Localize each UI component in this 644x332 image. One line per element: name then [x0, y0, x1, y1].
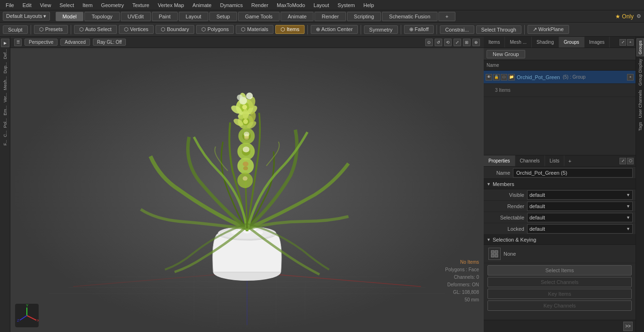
menu-select[interactable]: Select: [56, 1, 78, 9]
vtab-group-display[interactable]: Group Display: [636, 57, 644, 88]
members-section-header[interactable]: ▼ Members: [484, 179, 636, 189]
sculpt-button[interactable]: Sculpt: [3, 25, 28, 34]
select-channels-button[interactable]: Select Channels: [487, 277, 632, 287]
action-center-button[interactable]: ⊕ Action Center: [311, 25, 358, 34]
viewport-perspective[interactable]: Perspective: [25, 39, 58, 46]
left-sidebar-mesh[interactable]: Mesh...: [2, 75, 8, 91]
menu-animate[interactable]: Animate: [189, 1, 215, 9]
group-item-row[interactable]: 👁 🔒 □ 📁 Orchid_Pot_Green (5) : Group +: [484, 71, 636, 84]
layout-tab-add[interactable]: +: [438, 12, 455, 21]
auto-select-button[interactable]: ⬡ Auto Select: [74, 25, 117, 34]
viewport-icon-2[interactable]: ↺: [435, 39, 442, 46]
viewport-icon-6[interactable]: ⊕: [472, 39, 480, 46]
layout-tab-uvedit[interactable]: UVEdit: [121, 12, 151, 21]
left-sidebar-pol[interactable]: Pol...: [2, 117, 8, 129]
layout-tab-animate[interactable]: Animate: [281, 12, 314, 21]
settings-icon[interactable]: ⚙: [636, 13, 641, 19]
left-sidebar-c[interactable]: C...: [2, 130, 8, 138]
props-tab-add[interactable]: +: [564, 155, 575, 166]
layout-tab-layout[interactable]: Layout: [179, 12, 208, 21]
left-sidebar-ver[interactable]: Ver...: [2, 92, 8, 104]
props-icon-1[interactable]: ⤢: [619, 158, 626, 164]
tab-mesh[interactable]: Mesh ...: [505, 37, 532, 48]
tab-icon-plus[interactable]: +: [627, 39, 634, 46]
menu-texture[interactable]: Texture: [129, 1, 153, 9]
items-list-area[interactable]: 👁 🔒 □ 📁 Orchid_Pot_Green (5) : Group + 3…: [484, 71, 636, 155]
constraints-button[interactable]: Constrai...: [440, 25, 474, 34]
menu-view[interactable]: View: [36, 1, 55, 9]
menu-file[interactable]: File: [2, 1, 18, 9]
menu-geometry[interactable]: Geometry: [97, 1, 127, 9]
viewport-raygl[interactable]: Ray GL: Off: [93, 39, 126, 46]
layout-dropdown[interactable]: Default Layouts ▾: [3, 12, 50, 21]
row-solo-icon[interactable]: □: [501, 74, 507, 81]
menu-system[interactable]: System: [334, 1, 359, 9]
items-button[interactable]: ⬡ Items: [275, 25, 305, 34]
falloff-button[interactable]: ⊕ Falloff: [404, 25, 434, 34]
viewport-icon-3[interactable]: ⟲: [444, 39, 452, 46]
menu-help[interactable]: Help: [360, 1, 378, 9]
menu-item[interactable]: Item: [79, 1, 96, 9]
star-only-label[interactable]: ★ Only: [615, 13, 634, 20]
left-sidebar-dup[interactable]: Dup...: [2, 61, 8, 74]
vtab-user-channels[interactable]: User Channels: [636, 88, 644, 120]
select-items-button[interactable]: Select Items: [487, 265, 632, 275]
prop-render-dropdown[interactable]: default ▼: [527, 202, 633, 211]
tab-icon-expand[interactable]: ⤢: [619, 39, 626, 46]
prop-visible-dropdown[interactable]: default ▼: [527, 190, 633, 200]
prop-locked-dropdown[interactable]: default ▼: [527, 224, 633, 234]
menu-dynamics[interactable]: Dynamics: [216, 1, 247, 9]
workplane-button[interactable]: ↗ WorkPlane: [528, 25, 569, 34]
viewport-icon-4[interactable]: ⤢: [454, 39, 461, 46]
props-icon-2[interactable]: ⬡: [627, 158, 634, 164]
viewport-canvas[interactable]: No Items Polygons : Face Channels: 0 Def…: [10, 48, 484, 332]
menu-vertex-map[interactable]: Vertex Map: [154, 1, 188, 9]
tab-shading[interactable]: Shading: [532, 37, 559, 48]
row-expand-btn[interactable]: +: [627, 74, 634, 81]
boundary-button[interactable]: ⬡ Boundary: [156, 25, 194, 34]
key-channels-button[interactable]: Key Channels: [487, 300, 632, 311]
row-visibility-icon[interactable]: 👁: [486, 74, 492, 81]
row-lock-icon[interactable]: 🔒: [493, 74, 500, 81]
layout-tab-topology[interactable]: Topology: [84, 12, 119, 21]
left-sidebar-btn-1[interactable]: ▶: [1, 39, 9, 47]
viewport-icon-1[interactable]: ⊙: [425, 39, 433, 46]
new-group-button[interactable]: New Group: [487, 50, 525, 58]
layout-tab-model[interactable]: Model: [56, 12, 84, 21]
polygons-button[interactable]: ⬡ Polygons: [196, 25, 234, 34]
tab-items[interactable]: Items: [484, 37, 505, 48]
viewport-menu-btn[interactable]: ☰: [14, 39, 22, 46]
viewport-advanced[interactable]: Advanced: [60, 39, 90, 46]
layout-tab-render[interactable]: Render: [314, 12, 346, 21]
props-tab-properties[interactable]: Properties: [484, 155, 515, 166]
name-field-input[interactable]: [513, 168, 633, 178]
left-sidebar-def[interactable]: Def...: [2, 48, 8, 60]
menu-maxtomodo[interactable]: MaxToModo: [273, 1, 309, 9]
layout-tab-gametools[interactable]: Game Tools: [238, 12, 280, 21]
symmetry-button[interactable]: Symmetry: [364, 25, 398, 34]
keying-section-header[interactable]: ▼ Selection & Keying: [484, 235, 636, 245]
presets-button[interactable]: ⬡ Presets: [34, 25, 68, 34]
menu-render[interactable]: Render: [248, 1, 272, 9]
menu-layout[interactable]: Layout: [310, 1, 333, 9]
layout-tab-paint[interactable]: Paint: [152, 12, 178, 21]
layout-tab-scripting[interactable]: Scripting: [347, 12, 381, 21]
expand-button[interactable]: >>: [623, 322, 633, 331]
left-sidebar-f[interactable]: F...: [2, 139, 8, 146]
vertices-button[interactable]: ⬡ Vertices: [119, 25, 154, 34]
layout-tab-setup[interactable]: Setup: [209, 12, 237, 21]
key-items-button[interactable]: Key Items: [487, 289, 632, 299]
keying-grid-icon[interactable]: [488, 248, 501, 260]
props-tab-lists[interactable]: Lists: [545, 155, 565, 166]
menu-edit[interactable]: Edit: [19, 1, 35, 9]
layout-tab-schematic[interactable]: Schematic Fusion: [382, 12, 437, 21]
tab-groups[interactable]: Groups: [559, 37, 585, 48]
materials-button[interactable]: ⬡ Materials: [236, 25, 273, 34]
viewport[interactable]: ☰ Perspective Advanced Ray GL: Off ⊙ ↺ ⟲…: [10, 37, 484, 332]
select-through-button[interactable]: Select Through: [476, 25, 521, 34]
vtab-groups[interactable]: Groups: [636, 39, 644, 57]
vtab-tags[interactable]: Tags: [636, 120, 644, 133]
row-type-icon[interactable]: 📁: [508, 74, 515, 81]
left-sidebar-em[interactable]: Em...: [2, 105, 8, 116]
prop-selectable-dropdown[interactable]: default ▼: [527, 213, 633, 222]
